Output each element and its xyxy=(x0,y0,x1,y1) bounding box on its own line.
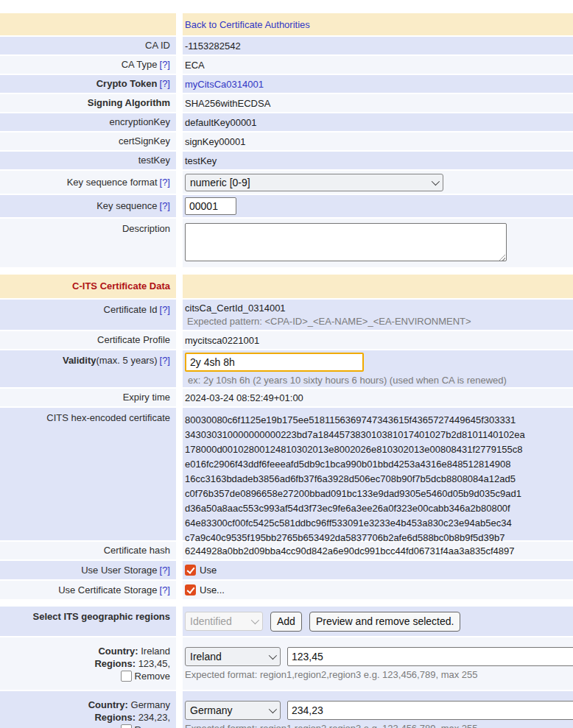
use-certificate-storage-checkbox[interactable] xyxy=(185,584,196,596)
region-type-select[interactable]: Identified xyxy=(185,612,263,631)
validity-input[interactable] xyxy=(185,353,364,372)
key-sequence-input[interactable] xyxy=(185,197,236,215)
test-key-value: testKey xyxy=(185,155,217,166)
country-select-value: Germany xyxy=(190,704,233,716)
row-cits-section-header: C-ITS Certificate Data xyxy=(0,275,573,298)
section-gap xyxy=(0,269,573,275)
key-sequence-format-select[interactable]: numeric [0-9] xyxy=(185,174,443,191)
regions-value: 123,45, xyxy=(138,658,170,669)
region-row-germany: Country: Germany Regions: 234,23, Remove… xyxy=(0,691,573,728)
expiry-time-label: Expiry time xyxy=(123,392,170,403)
geographic-regions-label: Select ITS geographic regions xyxy=(33,611,170,623)
certificate-id-help-link[interactable]: [?] xyxy=(160,304,170,315)
remove-label: Remove xyxy=(135,724,170,728)
label-cell xyxy=(0,13,176,35)
validity-label: Validity xyxy=(63,355,96,366)
chevron-down-icon xyxy=(269,651,277,659)
ca-type-value: ECA xyxy=(185,60,205,71)
validity-label-note: (max. 5 years) xyxy=(96,355,157,366)
crypto-token-label: Crypto Token xyxy=(96,78,158,89)
regions-format-hint: Expected format: region1,region2,region3… xyxy=(185,669,478,681)
value-cell: Back to Certificate Authorities xyxy=(183,13,573,35)
regions-format-hint: Expected format: region1,region2,region3… xyxy=(185,723,478,728)
regions-label: Regions: xyxy=(94,712,136,723)
remove-label: Remove xyxy=(135,671,170,682)
region-row-ireland: Country: Ireland Regions: 123,45, Remove… xyxy=(0,637,573,690)
remove-checkbox[interactable] xyxy=(121,724,132,728)
ca-type-help-link[interactable]: [?] xyxy=(160,59,170,70)
country-select[interactable]: Ireland xyxy=(185,647,281,666)
use-certificate-storage-checkbox-label: Use... xyxy=(200,584,225,596)
row-use-user-storage: Use User Storage[?] Use xyxy=(0,561,573,579)
encryption-key-label: encryptionKey xyxy=(110,116,170,128)
ca-id-label: CA ID xyxy=(145,40,170,52)
crypto-token-link[interactable]: myCitsCa0314001 xyxy=(185,79,264,90)
country-value: Germany xyxy=(131,699,170,710)
add-region-button[interactable]: Add xyxy=(270,612,302,632)
row-expiry-time: Expiry time 2024-03-24 08:52:49+01:00 xyxy=(0,389,573,406)
preview-remove-button[interactable]: Preview and remove selected. xyxy=(309,612,461,632)
cert-sign-key-value: signKey00001 xyxy=(185,136,245,147)
description-label: Description xyxy=(122,223,170,235)
validity-example-hint: ex: 2y 10sh 6h (2 years 10 sixty hours 6… xyxy=(185,375,507,386)
regions-input[interactable] xyxy=(287,701,573,720)
country-select-value: Ireland xyxy=(190,651,222,662)
key-sequence-label: Key sequence xyxy=(96,200,157,211)
row-signing-algorithm: Signing Algorithm SHA256withECDSA xyxy=(0,94,573,112)
test-key-label: testKey xyxy=(138,155,170,166)
key-sequence-format-selected-value: numeric [0-9] xyxy=(190,177,250,188)
key-sequence-format-label: Key sequence format xyxy=(67,177,158,188)
country-label: Country: xyxy=(98,646,138,657)
row-encryption-key: encryptionKey defaultKey00001 xyxy=(0,113,573,131)
row-key-sequence: Key sequence[?] xyxy=(0,195,573,217)
regions-input[interactable] xyxy=(287,647,573,666)
row-select-geographic-regions: Select ITS geographic regions Identified… xyxy=(0,607,573,636)
use-certificate-storage-help-link[interactable]: [?] xyxy=(160,584,170,596)
use-user-storage-help-link[interactable]: [?] xyxy=(160,565,170,576)
certificate-profile-value: mycitsca0221001 xyxy=(185,335,259,346)
certificate-hash-label: Certificate hash xyxy=(104,545,170,556)
region-type-selected-value: Identified xyxy=(190,615,232,627)
row-cert-sign-key: certSignKey signKey00001 xyxy=(0,132,573,150)
signing-algorithm-value: SHA256withECDSA xyxy=(185,98,270,109)
section-gap xyxy=(0,601,573,607)
row-ca-id: CA ID -1153282542 xyxy=(0,37,573,54)
use-user-storage-label: Use User Storage xyxy=(81,565,157,576)
chevron-down-icon xyxy=(269,704,277,713)
ca-type-label: CA Type xyxy=(122,59,158,70)
remove-checkbox[interactable] xyxy=(121,671,132,682)
cits-section-title: C-ITS Certificate Data xyxy=(72,280,170,292)
encryption-key-value: defaultKey00001 xyxy=(185,117,257,128)
validity-help-link[interactable]: [?] xyxy=(160,355,170,366)
country-select[interactable]: Germany xyxy=(185,701,281,720)
expiry-time-value: 2024-03-24 08:52:49+01:00 xyxy=(185,392,303,403)
ca-id-value: -1153282542 xyxy=(185,40,241,52)
row-description: Description xyxy=(0,219,573,267)
row-certificate-profile: Certificate Profile mycitsca0221001 xyxy=(0,331,573,349)
certificate-profile-label: Certificate Profile xyxy=(97,334,170,346)
row-back-link: Back to Certificate Authorities xyxy=(0,13,573,35)
certificate-hash-value: 6244928a0bb2d09bba4cc90d842a6e90dc991bcc… xyxy=(185,545,514,556)
use-user-storage-checkbox[interactable] xyxy=(185,565,196,576)
row-ca-type: CA Type[?] ECA xyxy=(0,56,573,74)
row-hex-certificate: CITS hex-encoded certificate 80030080c6f… xyxy=(0,408,573,540)
chevron-down-icon xyxy=(432,177,440,185)
certificate-id-pattern-hint: Expected pattern: <CPA-ID>_<EA-NAME>_<EA… xyxy=(185,316,471,328)
row-use-certificate-storage: Use Certificate Storage[?] Use... xyxy=(0,581,573,599)
back-to-certificate-authorities-link[interactable]: Back to Certificate Authorities xyxy=(185,19,310,30)
certificate-id-value: citsCa_CertId_0314001 xyxy=(185,303,286,314)
regions-value: 234,23, xyxy=(138,712,170,723)
signing-algorithm-label: Signing Algorithm xyxy=(88,97,170,109)
key-sequence-format-help-link[interactable]: [?] xyxy=(160,177,170,188)
certificate-id-label: Certificate Id xyxy=(104,304,158,315)
country-label: Country: xyxy=(88,699,128,710)
top-whitespace xyxy=(0,0,573,13)
row-certificate-hash: Certificate hash 6244928a0bb2d09bba4cc90… xyxy=(0,542,573,559)
description-textarea[interactable] xyxy=(185,223,507,261)
use-certificate-storage-label: Use Certificate Storage xyxy=(58,584,157,596)
country-value: Ireland xyxy=(141,646,170,657)
row-crypto-token: Crypto Token[?] myCitsCa0314001 xyxy=(0,75,573,93)
use-user-storage-checkbox-label: Use xyxy=(200,565,217,576)
key-sequence-help-link[interactable]: [?] xyxy=(160,200,170,211)
crypto-token-help-link[interactable]: [?] xyxy=(160,78,170,89)
